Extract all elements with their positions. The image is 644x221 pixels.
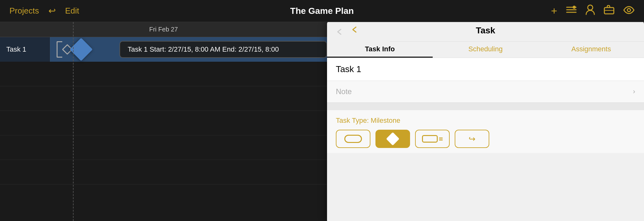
layers-icon[interactable]	[566, 5, 577, 16]
task-panel: Task Task Info Scheduling Assignments Ta…	[327, 20, 644, 221]
panel-title: Task	[476, 26, 495, 36]
eye-icon[interactable]	[623, 6, 635, 16]
task-type-standard-button[interactable]	[336, 130, 370, 148]
tab-scheduling[interactable]: Scheduling	[433, 42, 538, 58]
task-type-buttons: ↩	[336, 130, 635, 148]
tail-icon	[439, 138, 443, 140]
tab-task-info[interactable]: Task Info	[327, 42, 433, 58]
panel-next-button[interactable]	[350, 25, 358, 36]
gantt-area: Fri Feb 27 Task 1 Task 1 Start: 2/27/15,…	[0, 22, 327, 221]
projects-button[interactable]: Projects	[9, 6, 39, 16]
diamond-icon	[386, 132, 399, 145]
milestone-bracket	[57, 41, 62, 58]
person-icon[interactable]	[586, 4, 595, 17]
task-type-section: Task Type: Milestone	[327, 110, 644, 153]
gantt-date-header: Fri Feb 27	[0, 22, 327, 37]
panel-content: Task 1 Note › Task Type: Milestone	[327, 58, 644, 221]
task-type-label: Task Type: Milestone	[336, 116, 635, 125]
gantt-empty-row-3	[0, 111, 327, 135]
note-label: Note	[336, 87, 352, 96]
svg-point-7	[627, 8, 630, 12]
top-navigation-bar: Projects ↩ Edit The Game Plan +	[0, 0, 644, 22]
gantt-task-name: Task 1	[0, 37, 50, 62]
milestone-tail-icon	[422, 135, 443, 143]
gantt-task-row: Task 1 Task 1 Start: 2/27/15, 8:00 AM En…	[0, 37, 327, 62]
note-field[interactable]: Note ›	[327, 81, 644, 103]
rounded-rect-icon	[422, 135, 438, 143]
edit-button[interactable]: Edit	[65, 6, 79, 16]
task-type-milestone-button[interactable]	[375, 130, 410, 148]
panel-navigation	[327, 20, 390, 42]
curved-arrow-icon: ↩	[469, 134, 475, 144]
svg-point-4	[588, 5, 593, 10]
gantt-empty-row-4	[0, 135, 327, 160]
gantt-empty-row-5	[0, 160, 327, 184]
task-type-hammock-button[interactable]: ↩	[455, 130, 489, 148]
nav-right: +	[478, 4, 635, 17]
panel-tabs: Task Info Scheduling Assignments	[327, 42, 644, 58]
chevron-right-icon: ›	[633, 88, 635, 96]
add-icon[interactable]: +	[551, 5, 557, 17]
pill-icon	[344, 135, 362, 143]
gantt-date-label: Fri Feb 27	[149, 26, 178, 33]
panel-title-area: Task	[327, 20, 644, 42]
gantt-empty-row-1	[0, 62, 327, 86]
svg-point-3	[573, 6, 576, 9]
gantt-task-tooltip: Task 1 Start: 2/27/15, 8:00 AM End: 2/27…	[119, 41, 327, 58]
current-date-line	[73, 22, 74, 221]
back-button[interactable]: ↩	[48, 6, 56, 16]
page-title: The Game Plan	[166, 6, 478, 16]
task-type-milestone-tail-button[interactable]	[415, 130, 450, 148]
task-name-value[interactable]: Task 1	[336, 64, 361, 74]
panel-prev-button[interactable]	[335, 25, 343, 36]
task-name-field[interactable]: Task 1	[327, 58, 644, 81]
tab-assignments[interactable]: Assignments	[538, 42, 644, 58]
section-spacer	[327, 103, 644, 110]
gantt-empty-row-2	[0, 86, 327, 111]
briefcase-icon[interactable]	[604, 5, 614, 17]
nav-left: Projects ↩ Edit	[9, 6, 166, 16]
